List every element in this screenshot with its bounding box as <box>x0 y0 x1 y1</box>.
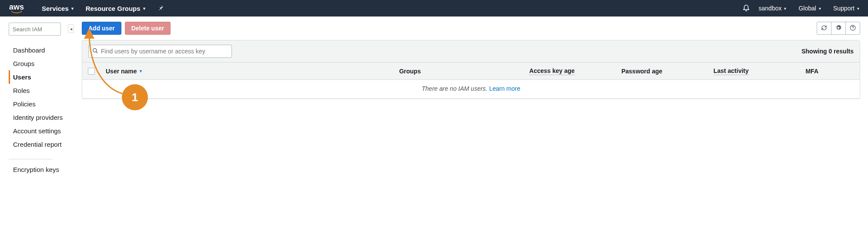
nav-resource-groups[interactable]: Resource Groups ▾ <box>86 5 145 12</box>
sidebar-item-users[interactable]: Users <box>9 70 67 84</box>
column-header-password-age[interactable]: Password age <box>616 68 708 75</box>
column-header-username[interactable]: User name ▾ <box>101 68 394 75</box>
column-select-all <box>82 68 101 75</box>
help-button[interactable] <box>845 22 860 35</box>
add-user-button[interactable]: Add user <box>82 22 121 35</box>
chevron-down-icon: ▾ <box>71 6 74 11</box>
chevron-down-icon: ▾ <box>784 6 786 11</box>
nav-services[interactable]: Services ▾ <box>42 5 74 12</box>
action-bar: Add user Delete user <box>82 22 860 35</box>
column-label: Password age <box>621 68 662 75</box>
notifications-icon[interactable] <box>742 3 750 13</box>
settings-button[interactable] <box>831 22 846 35</box>
chevron-down-icon: ▾ <box>819 6 821 11</box>
users-panel: Showing 0 results User name ▾ Groups Acc… <box>82 40 860 99</box>
delete-user-button[interactable]: Delete user <box>125 22 171 35</box>
search-icon <box>92 48 98 55</box>
refresh-icon <box>821 25 827 32</box>
nav-region-label: Global <box>798 5 816 12</box>
column-header-groups[interactable]: Groups <box>394 68 524 75</box>
nav-support-label: Support <box>833 5 855 12</box>
nav-account-label: sandbox <box>759 5 782 12</box>
aws-swoosh-icon <box>9 11 24 13</box>
sidebar-item-credential-report[interactable]: Credential report <box>9 138 67 151</box>
sidebar-nav: Dashboard Groups Users Roles Policies Id… <box>9 43 67 151</box>
nav-region[interactable]: Global ▾ <box>798 5 821 12</box>
results-count: Showing 0 results <box>801 48 854 55</box>
column-label: User name <box>106 68 137 75</box>
toolbar-icon-group <box>817 22 860 35</box>
nav-services-label: Services <box>42 5 69 12</box>
learn-more-link[interactable]: Learn more <box>489 85 520 92</box>
gear-icon <box>835 25 841 32</box>
sidebar-item-dashboard[interactable]: Dashboard <box>9 43 67 57</box>
svg-line-3 <box>96 51 98 53</box>
sidebar-item-identity-providers[interactable]: Identity providers <box>9 111 67 124</box>
svg-point-2 <box>93 48 97 52</box>
column-header-access-key-age[interactable]: Access key age <box>524 67 617 75</box>
column-label: Groups <box>399 68 421 75</box>
nav-account[interactable]: sandbox ▾ <box>759 5 787 12</box>
sidebar-divider <box>9 159 52 159</box>
filter-box[interactable] <box>88 45 232 58</box>
top-nav: aws Services ▾ Resource Groups ▾ sandbox… <box>0 0 868 16</box>
sidebar-nav-secondary: Encryption keys <box>9 163 67 176</box>
aws-logo[interactable]: aws <box>9 3 24 13</box>
nav-resource-groups-label: Resource Groups <box>86 5 141 12</box>
content-area: Add user Delete user <box>70 16 868 176</box>
panel-footer-divider <box>82 98 860 99</box>
sidebar-item-policies[interactable]: Policies <box>9 97 67 111</box>
pin-icon <box>158 5 164 12</box>
sidebar-item-roles[interactable]: Roles <box>9 84 67 97</box>
nav-pin[interactable] <box>158 5 164 12</box>
column-label: Access key age <box>530 67 575 75</box>
chevron-down-icon: ▾ <box>857 6 859 11</box>
sidebar-item-account-settings[interactable]: Account settings <box>9 124 67 138</box>
sidebar: ◂ Dashboard Groups Users Roles Policies … <box>0 16 70 176</box>
sidebar-item-encryption-keys[interactable]: Encryption keys <box>9 163 67 176</box>
select-all-checkbox[interactable] <box>88 68 95 75</box>
filter-input[interactable] <box>101 48 228 55</box>
column-label: MFA <box>805 68 818 75</box>
empty-state: There are no IAM users. Learn more <box>82 80 860 98</box>
empty-message: There are no IAM users. <box>422 85 487 92</box>
nav-support[interactable]: Support ▾ <box>833 5 859 12</box>
sort-asc-icon: ▾ <box>140 69 142 73</box>
help-icon <box>850 25 856 32</box>
column-header-mfa[interactable]: MFA <box>800 68 860 75</box>
panel-header: Showing 0 results <box>82 40 860 63</box>
column-label: Last activity <box>714 67 749 75</box>
svg-point-1 <box>852 29 853 29</box>
sidebar-item-groups[interactable]: Groups <box>9 57 67 70</box>
chevron-down-icon: ▾ <box>143 6 145 11</box>
column-header-last-activity[interactable]: Last activity <box>708 67 801 75</box>
users-table-header: User name ▾ Groups Access key age Passwo… <box>82 63 860 80</box>
aws-logo-text: aws <box>9 3 24 11</box>
search-iam-input[interactable] <box>9 23 61 36</box>
refresh-button[interactable] <box>817 22 831 35</box>
